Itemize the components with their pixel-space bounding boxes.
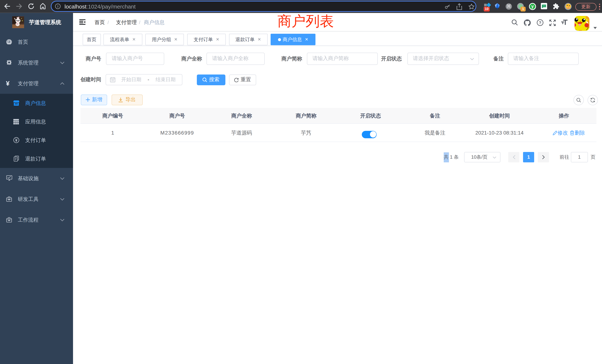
svg-text:?: ? [539, 20, 541, 25]
